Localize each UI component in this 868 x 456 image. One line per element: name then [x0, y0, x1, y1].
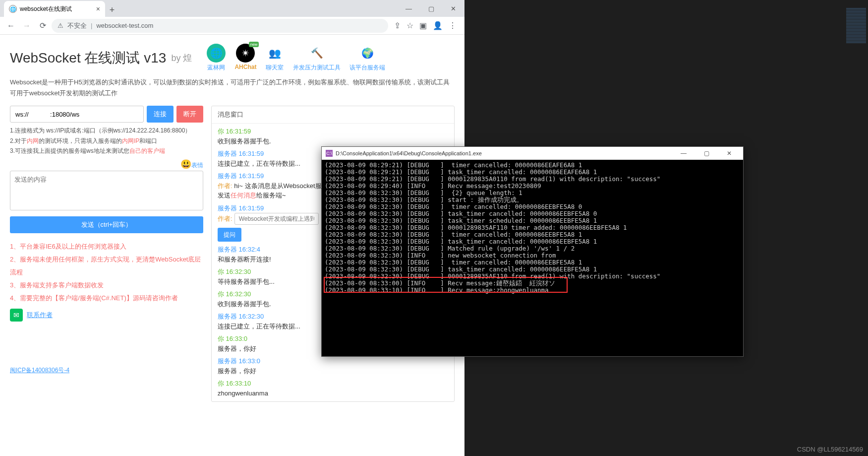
- back-button[interactable]: ←: [4, 19, 18, 33]
- wechat-icon: ✉: [10, 309, 23, 322]
- hammer-icon: 🔨: [307, 44, 326, 63]
- code-minimap: [846, 8, 866, 44]
- description: Websocket是一种用于H5浏览器的实时通讯协议，可以做到数据的实时推送，可…: [10, 77, 455, 99]
- link-chatroom[interactable]: 👥 聊天室: [265, 44, 284, 72]
- url-text: websocket-test.com: [96, 22, 153, 29]
- chat-icon: ✴new: [236, 44, 255, 63]
- page-title: WebSocket 在线测试 v13: [10, 49, 166, 67]
- reader-icon[interactable]: ▣: [419, 21, 427, 30]
- connect-button[interactable]: 连接: [147, 106, 174, 123]
- link-lanlin[interactable]: 🌐 蓝林网: [207, 44, 226, 72]
- forward-button[interactable]: →: [20, 19, 34, 33]
- contact-link[interactable]: 联系作者: [27, 311, 53, 320]
- emoji-button[interactable]: 😃表情: [10, 159, 203, 170]
- console-title-text: D:\ConsoleApplication1\x64\Debug\Console…: [336, 150, 482, 156]
- address-bar: ← → ⟳ ⚠ 不安全 | websocket-test.com ⇪ ☆ ▣ 👤…: [0, 17, 464, 35]
- minimize-button[interactable]: —: [674, 150, 694, 157]
- link-server[interactable]: 🌍 该平台服务端: [349, 44, 385, 72]
- star-icon[interactable]: ☆: [406, 21, 413, 30]
- watermark: CSDN @LL596214569: [797, 446, 863, 453]
- security-label: 不安全: [67, 21, 87, 30]
- window-controls: — ▢ ✕: [398, 0, 464, 17]
- close-icon[interactable]: ×: [96, 5, 100, 13]
- browser-tab[interactable]: 🌐 websocket在线测试 ×: [4, 1, 105, 17]
- ask-input[interactable]: [234, 213, 319, 225]
- smile-icon: 😃: [180, 159, 191, 169]
- console-titlebar[interactable]: C:\ D:\ConsoleApplication1\x64\Debug\Con…: [322, 147, 743, 160]
- minimize-button[interactable]: —: [398, 0, 420, 17]
- earth-icon: 🌍: [358, 44, 377, 63]
- ws-url-input[interactable]: [10, 106, 144, 123]
- share-icon[interactable]: ⇪: [394, 21, 401, 30]
- warning-icon: ⚠: [58, 22, 63, 29]
- message-entry: 你 16:33:10zhongwenluanma: [218, 379, 448, 398]
- message-window-header: 消息窗口: [212, 106, 454, 124]
- reload-button[interactable]: ⟳: [36, 19, 50, 33]
- new-tab-button[interactable]: +: [105, 3, 119, 17]
- url-field[interactable]: ⚠ 不安全 | websocket-test.com: [52, 19, 388, 33]
- menu-icon[interactable]: ⋮: [449, 21, 457, 30]
- browser-tabbar: 🌐 websocket在线测试 × + — ▢ ✕: [0, 0, 464, 17]
- message-entry: 服务器 16:33:0服务器，你好: [218, 356, 448, 376]
- byline: by 煌: [171, 52, 192, 64]
- maximize-button[interactable]: ▢: [696, 150, 716, 157]
- hints: 1.连接格式为 ws://IP或域名:端口（示例ws://124.222.224…: [10, 126, 203, 156]
- close-button[interactable]: ✕: [442, 0, 464, 17]
- globe-icon: 🌐: [9, 5, 17, 13]
- app-icon: C:\: [326, 150, 333, 157]
- profile-icon[interactable]: 👤: [433, 21, 443, 30]
- close-button[interactable]: ✕: [719, 150, 739, 157]
- console-output: (2023-08-09 08:29:21) [DEBUG ] timer can…: [322, 160, 743, 356]
- icp-link[interactable]: 闽ICP备14008306号-4: [10, 367, 69, 374]
- message-entry: 你 16:31:59收到服务器握手包.: [218, 127, 448, 146]
- maximize-button[interactable]: ▢: [420, 0, 442, 17]
- notes: 1、平台兼容IE6及以上的任何浏览器接入 2、服务端未使用任何框架，原生方式实现…: [10, 240, 203, 305]
- link-stress[interactable]: 🔨 并发压力测试工具: [293, 44, 341, 72]
- disconnect-button[interactable]: 断开: [176, 106, 203, 123]
- send-button[interactable]: 发送（ctrl+回车）: [10, 216, 203, 233]
- console-window: C:\ D:\ConsoleApplication1\x64\Debug\Con…: [321, 146, 744, 357]
- people-icon: 👥: [265, 44, 284, 63]
- link-ahchat[interactable]: ✴new AHChat: [234, 44, 256, 72]
- ask-button[interactable]: 提问: [218, 228, 241, 242]
- tab-title: websocket在线测试: [20, 5, 72, 13]
- message-entry: 服务器 16:33:10zhongwenluanma: [218, 401, 448, 401]
- message-input[interactable]: [10, 171, 203, 210]
- globe-icon: 🌐: [207, 44, 226, 63]
